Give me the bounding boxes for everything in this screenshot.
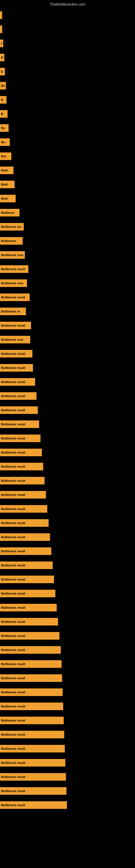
bar-label: Bottleneck result (1, 408, 25, 412)
bar-row: Bottleneck re (0, 304, 135, 318)
bar-row: E (0, 65, 135, 79)
bar-item: E (0, 68, 5, 75)
bar-row: Bottleneck result (0, 643, 135, 657)
bar-row: Bottleneck result (0, 389, 135, 403)
bar-label: E (1, 70, 3, 73)
bar-row: Bottleneck result (0, 558, 135, 572)
bar-row: Bottleneck result (0, 685, 135, 699)
bar-item: Bottleneck result (0, 491, 46, 499)
bar-item: E (0, 40, 3, 47)
bar-label: B (1, 112, 3, 116)
bar-label: B (1, 98, 3, 101)
bar-label: Bottl (1, 197, 8, 200)
bar-row: Bottleneck result (0, 474, 135, 488)
bar-label: Bottleneck result (1, 366, 25, 369)
bar-item: Bottleneck result (0, 364, 33, 372)
bar-row: Bottleneck result (0, 347, 135, 361)
bar-item: Bottl (0, 181, 14, 188)
bar-item: Bottleneck result (0, 801, 67, 809)
bar-row: B (0, 51, 135, 65)
bar-label: Bottleneck result (1, 691, 25, 694)
bar-row: Bottleneck result (0, 629, 135, 643)
bar-item: Bottleneck result (0, 674, 62, 682)
bar-item: Bottleneck result (0, 265, 28, 273)
bar-row: Bottleneck result (0, 262, 135, 276)
bar-label: Bottleneck result (1, 451, 25, 454)
bar-item: Bottleneck result (0, 745, 65, 752)
bar-row: Bottleneck result (0, 290, 135, 304)
bar-label: Bottleneck result (1, 296, 25, 299)
bar-row: Bottleneck result (0, 460, 135, 474)
bar-row: Bottleneck result (0, 502, 135, 516)
bar-item: P (0, 26, 2, 33)
bar-row: Bottleneck (0, 234, 135, 248)
bar-item: Bottleneck result (0, 632, 59, 640)
bar-item: Bottleneck result (0, 688, 63, 696)
bar-item: Bottleneck result (0, 660, 61, 668)
bar-label: Bottleneck result (1, 719, 25, 722)
bar-label: B (1, 56, 3, 59)
bar-label: Bottleneck result (1, 789, 25, 793)
bar-row: Bottleneck result (0, 572, 135, 586)
bar-item: Bottleneck result (0, 576, 54, 583)
bar-row: Bottleneck result (0, 403, 135, 417)
bar-row: Bottleneck result (0, 615, 135, 629)
bar-label: Bottleneck result (1, 268, 25, 271)
bar-label: Bottleneck res (1, 225, 21, 228)
bar-row: Bottleneck result (0, 516, 135, 530)
bar-item: Bo (0, 82, 6, 90)
bar-item: Bottleneck result (0, 547, 51, 555)
bar-item: Bottleneck result (0, 646, 61, 654)
bar-item: Bottleneck result (0, 773, 66, 781)
bar-item: B (0, 110, 8, 118)
bar-item: Bo (0, 124, 9, 132)
bar-row: Bottleneck result (0, 417, 135, 431)
bar-row: Bottleneck result (0, 727, 135, 742)
bar-label: Bottleneck result (1, 775, 25, 778)
bar-row: Bottl (0, 163, 135, 177)
bar-item: Bottleneck result (0, 533, 50, 541)
bar-row: Bottleneck result (0, 544, 135, 558)
bar-row: Bot (0, 149, 135, 163)
bar-row: Bottleneck result (0, 318, 135, 333)
bar-row: B (0, 93, 135, 107)
bar-row: Bottleneck result (0, 770, 135, 784)
bar-item: Bottleneck result (0, 350, 32, 358)
bar-row: Bottleneck result (0, 784, 135, 798)
bar-row: Bottlenec (0, 206, 135, 220)
bar-row: Bottleneck result (0, 699, 135, 713)
bar-row: Bottleneck result (0, 600, 135, 615)
bar-item: Bottleneck result (0, 717, 64, 724)
bar-item: Bottleneck (0, 237, 23, 245)
bar-item: Bottleneck res (0, 223, 24, 230)
bar-item: Bottlenec (0, 209, 19, 216)
bar-row: Bottleneck result (0, 756, 135, 770)
bar-row: Bottleneck resu (0, 276, 135, 290)
bar-row: Bo (0, 121, 135, 135)
bar-item: Bottleneck resu (0, 336, 30, 343)
bar-label: Bottl (1, 183, 8, 186)
bar-label: Bottleneck result (1, 324, 25, 327)
bar-label: Bottleneck result (1, 521, 25, 525)
bar-item: Bottleneck result (0, 406, 38, 414)
bar-label: Bottleneck resu (1, 253, 24, 257)
site-title: TheBottlenecker.com (0, 0, 135, 9)
bar-item: Bottleneck result (0, 731, 64, 738)
bar-label: Bottl (1, 169, 8, 172)
bar-label: Bottleneck result (1, 634, 25, 638)
bar-label: Bottleneck result (1, 803, 25, 807)
bar-row: Bottleneck resu (0, 248, 135, 262)
bar-row: Bottleneck result (0, 431, 135, 445)
bar-label: Bottleneck resu (1, 282, 24, 285)
bar-label: Bottleneck result (1, 648, 25, 652)
bar-label: Bottleneck result (1, 564, 25, 567)
bar-row: P (0, 22, 135, 36)
bar-row: Bottleneck result (0, 445, 135, 460)
bar-label: Bottleneck result (1, 705, 25, 708)
bar-label: Bo (1, 141, 5, 144)
bar-item: Bottleneck result (0, 477, 45, 485)
bar-row: Bottleneck result (0, 361, 135, 375)
bar-label: Bottleneck re (1, 310, 20, 313)
bar-label: Bottleneck result (1, 592, 25, 595)
bar-item: Bottleneck result (0, 378, 35, 386)
